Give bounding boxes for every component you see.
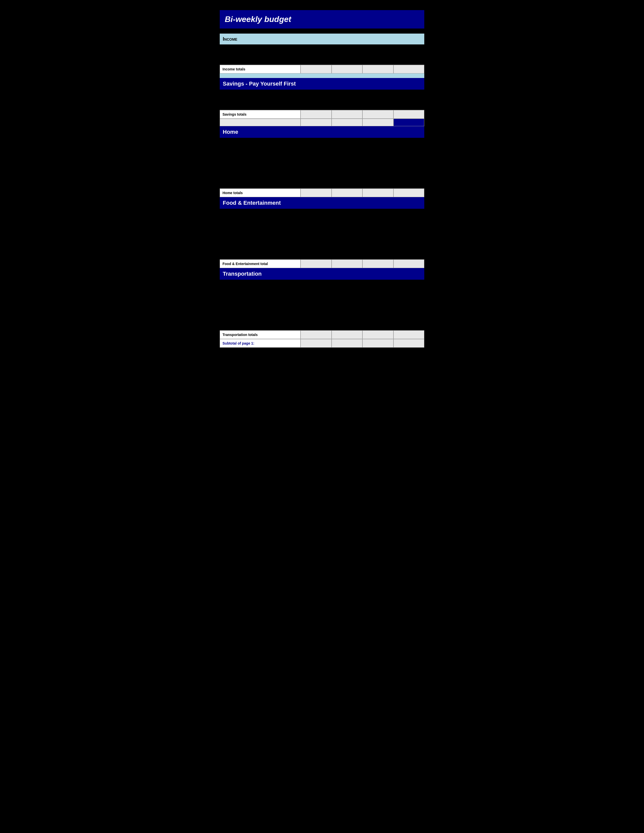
subtotal-col1	[301, 339, 332, 347]
food-section: Food & Entertainment Food & Entertainmen…	[220, 197, 424, 268]
food-content-spacer	[220, 209, 424, 259]
savings-sub-col0	[220, 119, 301, 126]
subtotal-col3	[362, 339, 393, 347]
savings-subtotal-row	[220, 119, 424, 126]
home-totals-col3	[362, 188, 393, 197]
page-container: Bi-weekly budget Income Income totals Sa…	[220, 10, 424, 347]
savings-totals-col1	[301, 110, 332, 119]
transportation-label: Transportation	[223, 270, 421, 277]
transportation-header: Transportation	[220, 268, 424, 280]
savings-content-spacer	[220, 90, 424, 110]
transportation-section: Transportation Transportation totals	[220, 268, 424, 339]
income-totals-col1	[301, 65, 332, 74]
income-totals-label: Income totals	[220, 65, 301, 74]
income-totals-row: Income totals	[220, 64, 424, 74]
income-header: Income	[220, 34, 424, 44]
transportation-totals-row: Transportation totals	[220, 330, 424, 339]
subtotal-col4	[393, 339, 425, 347]
food-header: Food & Entertainment	[220, 197, 424, 209]
home-totals-label: Home totals	[220, 188, 301, 197]
home-totals-col2	[332, 188, 363, 197]
transportation-totals-col1	[301, 330, 332, 339]
home-header: Home	[220, 126, 424, 138]
savings-header: Savings - Pay Yourself First	[220, 78, 424, 90]
subtotal-label: Subtotal of page 1:	[220, 339, 301, 347]
title-bar: Bi-weekly budget	[220, 10, 424, 29]
home-label: Home	[223, 129, 421, 135]
transportation-totals-col3	[362, 330, 393, 339]
income-section: Income Income totals	[220, 34, 424, 74]
food-label: Food & Entertainment	[223, 199, 421, 206]
transportation-content-spacer	[220, 280, 424, 330]
savings-sub-col4	[393, 119, 425, 126]
savings-totals-col4	[393, 110, 425, 119]
savings-sub-col3	[362, 119, 393, 126]
income-label: Income	[223, 36, 421, 42]
food-totals-col1	[301, 259, 332, 268]
savings-totals-col2	[332, 110, 363, 119]
savings-totals-col3	[362, 110, 393, 119]
food-totals-col4	[393, 259, 425, 268]
home-totals-col4	[393, 188, 425, 197]
savings-pre-spacer	[220, 74, 424, 78]
transportation-totals-label: Transportation totals	[220, 330, 301, 339]
income-totals-col3	[362, 65, 393, 74]
page-title: Bi-weekly budget	[225, 14, 419, 24]
savings-sub-col2	[332, 119, 363, 126]
food-totals-col2	[332, 259, 363, 268]
savings-totals-label: Savings totals	[220, 110, 301, 119]
transportation-totals-col2	[332, 330, 363, 339]
savings-sub-col1	[301, 119, 332, 126]
home-totals-row: Home totals	[220, 188, 424, 197]
food-totals-row: Food & Entertainment total	[220, 259, 424, 268]
income-content-spacer	[220, 44, 424, 64]
savings-label: Savings - Pay Yourself First	[223, 80, 421, 87]
home-content-spacer	[220, 138, 424, 188]
home-totals-col1	[301, 188, 332, 197]
savings-totals-row: Savings totals	[220, 110, 424, 119]
income-totals-col4	[393, 65, 425, 74]
food-totals-label: Food & Entertainment total	[220, 259, 301, 268]
subtotal-col2	[332, 339, 363, 347]
savings-section: Savings - Pay Yourself First Savings tot…	[220, 78, 424, 126]
page-subtotal-row: Subtotal of page 1:	[220, 339, 424, 347]
home-section: Home Home totals	[220, 126, 424, 197]
income-totals-col2	[332, 65, 363, 74]
food-totals-col3	[362, 259, 393, 268]
transportation-totals-col4	[393, 330, 425, 339]
